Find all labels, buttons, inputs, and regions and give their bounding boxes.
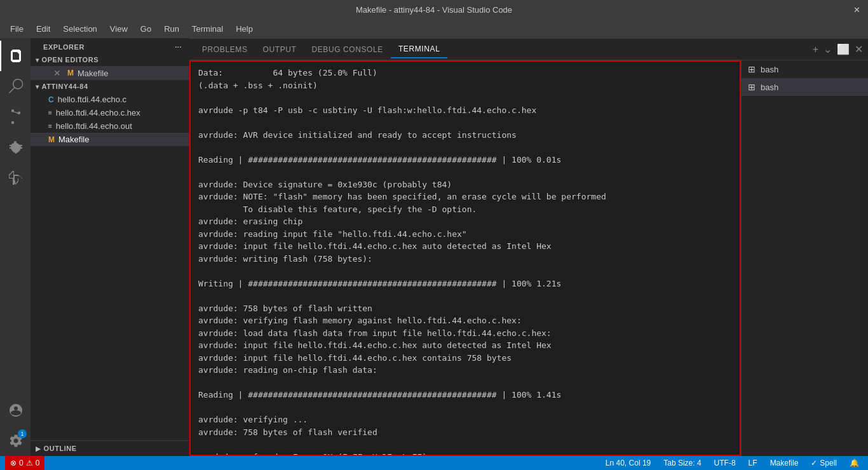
makefile-folder-icon: M	[48, 135, 55, 144]
tab-debug-console[interactable]: DEBUG CONSOLE	[304, 41, 391, 58]
editor-item-label: Makefile	[78, 69, 108, 78]
status-errors[interactable]: ⊗ 0 ⚠ 0	[5, 456, 44, 470]
status-notifications[interactable]: 🔔	[846, 459, 863, 467]
terminal-instance-label-2: bash	[761, 83, 778, 92]
tab-terminal[interactable]: TERMINAL	[391, 41, 447, 58]
terminal-instances-panel: ⊞ bash ⊞ bash	[741, 60, 868, 456]
sidebar-more-actions[interactable]: ···	[175, 43, 182, 51]
outline-header[interactable]: ▶ Outline	[31, 441, 189, 456]
terminal-instance-label-1: bash	[761, 65, 778, 74]
menu-view[interactable]: View	[105, 22, 133, 36]
file-item-makefile[interactable]: M Makefile	[31, 133, 189, 146]
close-panel-icon[interactable]: ✕	[855, 43, 863, 55]
spell-icon: ✓	[811, 459, 817, 467]
file-item-hello-hex[interactable]: ≡ hello.ftdi.44.echo.c.hex	[31, 106, 189, 119]
menu-go[interactable]: Go	[135, 22, 156, 36]
folder-chevron: ▾	[36, 83, 39, 90]
window-title: Makefile - attiny44-84 - Visual Studio C…	[356, 5, 512, 15]
tab-problems[interactable]: PROBLEMS	[194, 41, 255, 58]
tab-output[interactable]: OUTPUT	[255, 41, 304, 58]
new-terminal-icon[interactable]: +	[813, 44, 818, 55]
out-file-icon: ≡	[48, 123, 52, 130]
split-terminal-icon[interactable]: ⌄	[824, 43, 832, 55]
status-bar: ⊗ 0 ⚠ 0 Ln 40, Col 19 Tab Size: 4 UTF-8 …	[0, 456, 868, 470]
status-encoding[interactable]: UTF-8	[710, 459, 740, 467]
status-left: ⊗ 0 ⚠ 0	[5, 456, 44, 470]
makefile-type-icon: M	[67, 69, 74, 77]
open-editors-section[interactable]: ▾ Open Editors	[31, 53, 189, 66]
terminal-icon-2: ⊞	[748, 82, 756, 92]
account-activity-icon[interactable]	[0, 395, 31, 426]
warning-icon: ⚠	[26, 459, 33, 467]
sidebar-header: Explorer ···	[31, 38, 189, 53]
terminal-icon-1: ⊞	[748, 64, 756, 74]
activity-bar: 1	[0, 38, 31, 456]
folder-header[interactable]: ▾ ATTINY44-84	[31, 80, 189, 93]
extensions-activity-icon[interactable]	[0, 163, 31, 193]
menu-terminal[interactable]: Terminal	[187, 22, 228, 36]
notification-icon: 🔔	[850, 459, 859, 467]
panel-actions: + ⌄ ⬜ ✕	[813, 43, 863, 55]
warning-count: 0	[36, 459, 40, 467]
source-control-activity-icon[interactable]	[0, 102, 31, 132]
terminal-instance-bash-1[interactable]: ⊞ bash	[742, 60, 868, 78]
file-label: hello.ftdi.44.echo.c.hex	[56, 108, 140, 117]
maximize-panel-icon[interactable]: ⬜	[837, 43, 850, 55]
status-spell[interactable]: ✓ Spell	[807, 459, 841, 467]
sidebar: Explorer ··· ▾ Open Editors ✕ M Makefile…	[31, 38, 189, 456]
hex-file-icon: ≡	[48, 109, 52, 116]
menu-file[interactable]: File	[5, 22, 29, 36]
file-label: hello.ftdi.44.echo.out	[56, 121, 132, 131]
menu-edit[interactable]: Edit	[31, 22, 55, 36]
open-editors-chevron: ▾	[36, 57, 39, 64]
outline-label: Outline	[44, 445, 77, 452]
close-editor-icon[interactable]: ✕	[53, 68, 61, 78]
error-icon: ⊗	[10, 459, 17, 467]
error-count: 0	[19, 459, 24, 467]
tab-size-text: Tab Size: 4	[663, 459, 701, 467]
menu-run[interactable]: Run	[159, 22, 184, 36]
title-bar: Makefile - attiny44-84 - Visual Studio C…	[0, 0, 868, 19]
open-editors-label: Open Editors	[42, 56, 99, 64]
file-item-hello-c[interactable]: C hello.ftdi.44.echo.c	[31, 93, 189, 106]
status-tab-size[interactable]: Tab Size: 4	[660, 459, 705, 467]
outline-chevron: ▶	[36, 445, 41, 452]
file-item-hello-out[interactable]: ≡ hello.ftdi.44.echo.out	[31, 119, 189, 133]
c-file-icon: C	[48, 95, 54, 104]
explorer-activity-icon[interactable]	[0, 41, 31, 71]
menu-selection[interactable]: Selection	[58, 22, 102, 36]
status-line-ending[interactable]: LF	[745, 459, 761, 467]
folder-label: ATTINY44-84	[42, 83, 88, 90]
encoding-text: UTF-8	[714, 459, 736, 467]
line-col-text: Ln 40, Col 19	[606, 459, 651, 467]
menu-bar: File Edit Selection View Go Run Terminal…	[0, 19, 868, 38]
search-activity-icon[interactable]	[0, 71, 31, 102]
terminal-area: Data: 64 bytes (25.0% Full) (.data + .bs…	[189, 60, 868, 456]
settings-activity-icon[interactable]: 1	[0, 426, 31, 456]
spell-text: Spell	[820, 459, 837, 467]
content-area: PROBLEMS OUTPUT DEBUG CONSOLE TERMINAL +…	[189, 38, 868, 456]
debug-activity-icon[interactable]	[0, 132, 31, 163]
line-ending-text: LF	[749, 459, 757, 467]
main-layout: 1 Explorer ··· ▾ Open Editors ✕ M Makefi…	[0, 38, 868, 456]
close-button[interactable]: ✕	[853, 5, 860, 15]
outline-section: ▶ Outline	[31, 440, 189, 456]
status-right: Ln 40, Col 19 Tab Size: 4 UTF-8 LF Makef…	[602, 459, 863, 467]
notification-badge: 1	[18, 429, 27, 438]
language-text: Makefile	[770, 459, 799, 467]
explorer-label: Explorer	[43, 43, 85, 51]
terminal-instance-bash-2[interactable]: ⊞ bash	[742, 78, 868, 96]
status-line-col[interactable]: Ln 40, Col 19	[602, 459, 654, 467]
status-language[interactable]: Makefile	[766, 459, 803, 467]
file-label: Makefile	[58, 135, 89, 144]
panel-tabs: PROBLEMS OUTPUT DEBUG CONSOLE TERMINAL +…	[189, 38, 868, 60]
menu-help[interactable]: Help	[231, 22, 258, 36]
terminal-output[interactable]: Data: 64 bytes (25.0% Full) (.data + .bs…	[189, 60, 741, 456]
terminal-text: Data: 64 bytes (25.0% Full) (.data + .bs…	[198, 67, 732, 456]
file-label: hello.ftdi.44.echo.c	[58, 95, 126, 104]
editor-item-makefile[interactable]: ✕ M Makefile	[31, 66, 189, 80]
